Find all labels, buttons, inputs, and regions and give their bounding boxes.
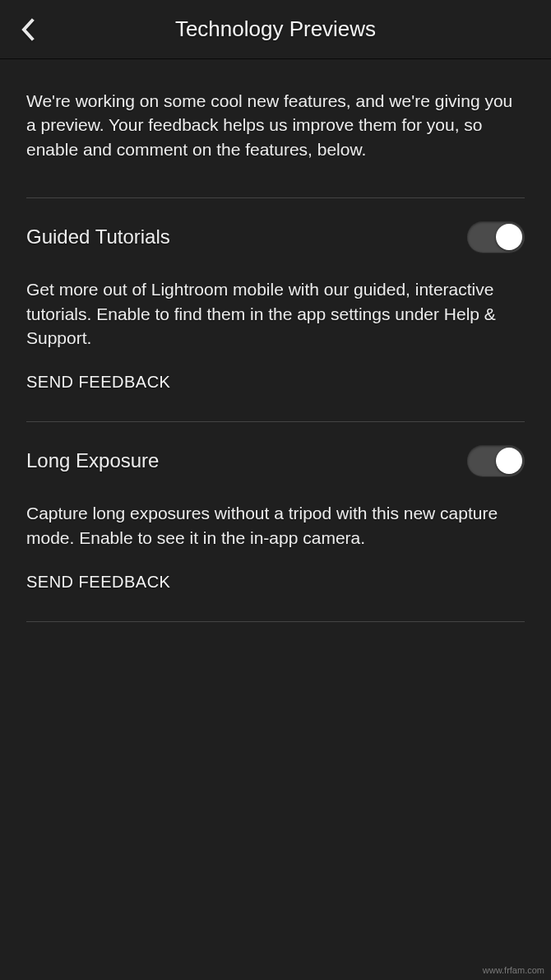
feature-description: Get more out of Lightroom mobile with ou… (26, 277, 525, 350)
content: We're working on some cool new features,… (0, 59, 551, 622)
back-icon[interactable] (16, 18, 39, 41)
divider (26, 621, 525, 622)
send-feedback-button[interactable]: SEND FEEDBACK (26, 373, 525, 392)
feature-long-exposure: Long Exposure Capture long exposures wit… (26, 422, 525, 621)
toggle-knob (496, 448, 522, 474)
intro-text: We're working on some cool new features,… (26, 59, 525, 197)
feature-title: Long Exposure (26, 449, 159, 472)
feature-header: Guided Tutorials (26, 221, 525, 253)
feature-title: Guided Tutorials (26, 225, 170, 248)
page-title: Technology Previews (0, 16, 551, 42)
feature-header: Long Exposure (26, 445, 525, 476)
toggle-guided-tutorials[interactable] (467, 221, 525, 253)
feature-description: Capture long exposures without a tripod … (26, 501, 525, 550)
toggle-long-exposure[interactable] (467, 445, 525, 476)
header: Technology Previews (0, 0, 551, 59)
toggle-knob (496, 224, 522, 250)
watermark: www.frfam.com (483, 965, 544, 975)
send-feedback-button[interactable]: SEND FEEDBACK (26, 573, 525, 592)
feature-guided-tutorials: Guided Tutorials Get more out of Lightro… (26, 198, 525, 421)
